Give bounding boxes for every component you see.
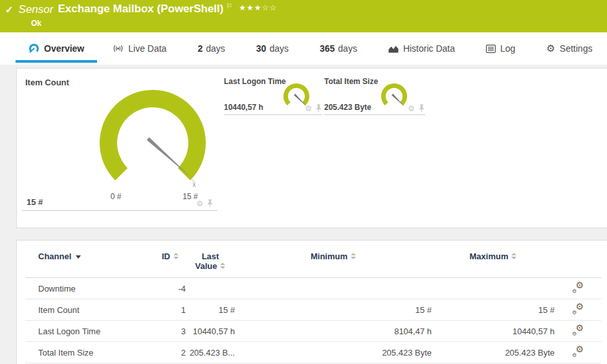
- channel-minimum: 15 #: [235, 299, 432, 321]
- column-header-actions: [555, 241, 601, 278]
- channel-last-value: 205.423 B...: [186, 342, 235, 363]
- channel-maximum: 10440,57 h: [432, 321, 555, 342]
- flag-icon[interactable]: ⚐: [226, 2, 232, 10]
- stars-empty: ☆☆: [262, 3, 278, 12]
- table-row: Total Item Size 2 205.423 B... 205.423 B…: [25, 342, 601, 363]
- tab-historic-data[interactable]: Historic Data: [373, 32, 470, 65]
- channel-settings-icon[interactable]: ⚙⚙: [572, 303, 584, 314]
- channel-settings-icon[interactable]: ⚙⚙: [572, 282, 584, 293]
- channel-settings-icon[interactable]: ⚙⚙: [572, 325, 584, 336]
- channel-minimum: 8104,47 h: [235, 321, 432, 342]
- column-header-minimum[interactable]: Minimum: [235, 241, 432, 278]
- tab-label: days: [269, 43, 289, 54]
- channel-id: -4: [155, 278, 186, 299]
- tab-label: Overview: [44, 43, 84, 54]
- sort-icon: [220, 262, 225, 269]
- table-row: Downtime -4 ⚙⚙: [25, 278, 601, 299]
- log-list-icon: [486, 45, 496, 53]
- pin-icon[interactable]: [206, 199, 214, 208]
- tab-2-days[interactable]: 2days: [182, 32, 240, 65]
- pin-icon[interactable]: [315, 104, 322, 112]
- gauge-icon: [28, 43, 39, 54]
- channel-maximum: 205.423 Byte: [432, 342, 555, 363]
- gauge-total-item-size: Total Item Size 205.423 Byte ⚙: [324, 74, 425, 115]
- table-row: Item Count 1 15 # 15 # 15 # ⚙⚙: [25, 299, 601, 321]
- channels-table: Channel ID LastValue Minimum Maximum Dow…: [25, 241, 601, 363]
- column-label: Last: [186, 252, 235, 261]
- column-label: Minimum: [311, 252, 348, 261]
- tab-live-data[interactable]: Live Data: [97, 32, 182, 65]
- column-label: Channel: [38, 252, 71, 261]
- total-size-gauge-dial: [376, 81, 412, 113]
- tab-label: days: [206, 43, 225, 54]
- ok-check-icon: ✓: [5, 4, 14, 16]
- tab-number: 30: [256, 43, 267, 54]
- gear-icon: ⚙: [546, 43, 555, 54]
- table-header-row: Channel ID LastValue Minimum Maximum: [25, 241, 601, 278]
- item-count-gauge-dial: x̄: [94, 85, 211, 191]
- gauge-current-value: 205.423 Byte: [324, 103, 371, 112]
- area-chart-icon: [388, 45, 399, 53]
- gauge-last-logon-time: Last Logon Time 10440,57 h ⚙: [224, 74, 322, 115]
- tab-365-days[interactable]: 365days: [304, 32, 373, 65]
- overview-gauges-card: Item Count x̄ 0 # 15 # 15 # ⚙ Last Logon…: [16, 68, 607, 228]
- status-badge: Ok: [31, 19, 41, 28]
- tab-label: Settings: [560, 43, 593, 54]
- tab-label: Log: [500, 43, 515, 54]
- gauge-title: Item Count: [25, 78, 69, 87]
- sensor-title: Exchange Mailbox (PowerShell): [58, 3, 223, 16]
- gauge-item-count: Item Count x̄ 0 # 15 # 15 # ⚙: [22, 74, 217, 211]
- channel-id: 2: [155, 342, 186, 363]
- table-row: Last Logon Time 3 10440,57 h 8104,47 h 1…: [25, 321, 601, 342]
- column-label: Maximum: [470, 252, 509, 261]
- channel-name[interactable]: Downtime: [25, 278, 155, 299]
- channel-last-value: 15 #: [186, 299, 235, 321]
- column-header-last-value[interactable]: LastValue: [186, 241, 235, 278]
- gauge-current-value: 10440,57 h: [224, 103, 263, 112]
- gauge-settings-gear-icon[interactable]: ⚙: [196, 200, 203, 208]
- pin-icon[interactable]: [418, 104, 425, 112]
- channel-last-value: 10440,57 h: [186, 321, 235, 342]
- column-header-maximum[interactable]: Maximum: [432, 241, 555, 278]
- gauge-title: Total Item Size: [324, 77, 378, 86]
- tab-number: 365: [320, 43, 335, 54]
- stars-filled: ★★★: [239, 3, 261, 12]
- object-kind-label: Sensor: [19, 3, 54, 16]
- sort-icon: [351, 253, 356, 259]
- column-label: Value: [195, 261, 217, 271]
- tab-log[interactable]: Log: [470, 32, 531, 65]
- channel-id: 1: [155, 299, 186, 321]
- channel-name[interactable]: Total Item Size: [25, 342, 155, 363]
- tab-label: Live Data: [128, 43, 166, 54]
- sensor-status-banner: ✓ Sensor Exchange Mailbox (PowerShell) ⚐…: [0, 0, 607, 32]
- column-label: ID: [162, 252, 170, 261]
- tab-bar: Overview Live Data 2days 30days 365days …: [0, 32, 607, 65]
- sort-desc-icon: [76, 255, 81, 259]
- channel-name[interactable]: Last Logon Time: [25, 321, 155, 342]
- channel-last-value: [186, 278, 235, 299]
- gauge-settings-gear-icon[interactable]: ⚙: [305, 105, 312, 112]
- channel-settings-icon[interactable]: ⚙⚙: [572, 346, 584, 357]
- channel-minimum: 205.423 Byte: [235, 342, 432, 363]
- mean-marker: x̄: [193, 181, 196, 188]
- tab-number: 2: [197, 43, 203, 54]
- tab-30-days[interactable]: 30days: [241, 32, 304, 65]
- gauge-title: Last Logon Time: [224, 77, 286, 86]
- channel-name[interactable]: Item Count: [25, 299, 155, 321]
- gauge-settings-gear-icon[interactable]: ⚙: [408, 105, 415, 112]
- priority-stars[interactable]: ★★★☆☆: [239, 3, 277, 12]
- tab-label: days: [338, 43, 357, 54]
- tab-overview[interactable]: Overview: [16, 32, 97, 65]
- channels-table-card: Channel ID LastValue Minimum Maximum Dow…: [16, 240, 607, 364]
- gauge-scale-min: 0 #: [100, 192, 132, 201]
- sort-icon: [511, 253, 516, 259]
- live-data-icon: [113, 44, 124, 53]
- channel-maximum: 15 #: [432, 299, 555, 321]
- channel-id: 3: [155, 321, 186, 342]
- tab-label: Historic Data: [403, 43, 455, 54]
- tab-settings[interactable]: ⚙Settings: [531, 32, 607, 65]
- column-header-id[interactable]: ID: [155, 241, 186, 278]
- column-header-channel[interactable]: Channel: [25, 241, 155, 278]
- channel-minimum: [235, 278, 432, 299]
- gauge-current-value: 15 #: [27, 197, 43, 207]
